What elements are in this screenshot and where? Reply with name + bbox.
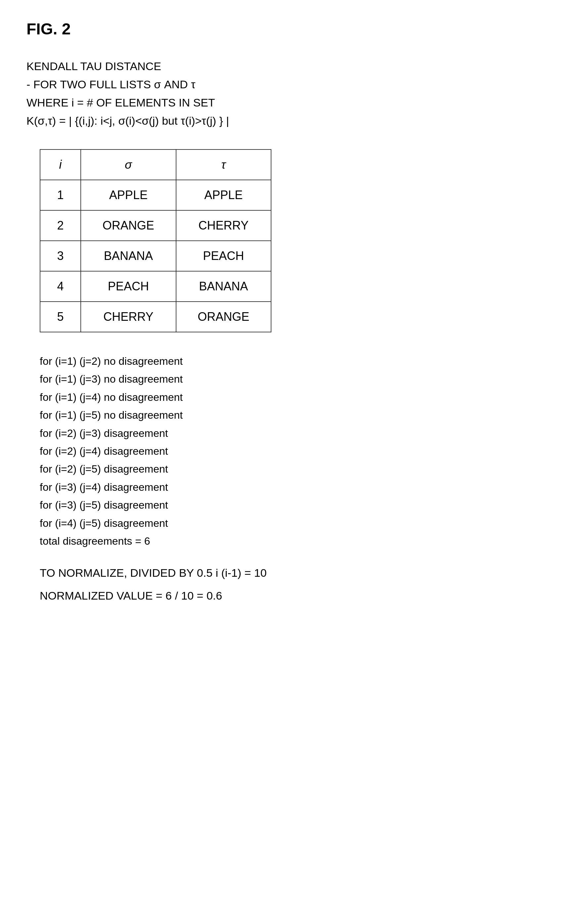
cell-i: 2: [40, 210, 81, 241]
table-header-row: i σ τ: [40, 150, 271, 180]
analysis-line: for (i=2) (j=5) disagreement: [40, 460, 534, 478]
analysis-section: for (i=1) (j=2) no disagreementfor (i=1)…: [40, 352, 534, 550]
cell-tau: APPLE: [176, 180, 271, 210]
table-row: 1APPLEAPPLE: [40, 180, 271, 210]
cell-i: 1: [40, 180, 81, 210]
cell-i: 3: [40, 241, 81, 271]
formula-section: KENDALL TAU DISTANCE - FOR TWO FULL LIST…: [27, 58, 534, 129]
header-sigma: σ: [81, 150, 176, 180]
formula-line-3: WHERE i = # OF ELEMENTS IN SET: [27, 94, 534, 111]
cell-sigma: APPLE: [81, 180, 176, 210]
analysis-line: for (i=2) (j=3) disagreement: [40, 424, 534, 442]
cell-tau: ORANGE: [176, 302, 271, 332]
cell-tau: CHERRY: [176, 210, 271, 241]
table-row: 2ORANGECHERRY: [40, 210, 271, 241]
cell-sigma: PEACH: [81, 271, 176, 302]
cell-sigma: CHERRY: [81, 302, 176, 332]
analysis-line: for (i=1) (j=4) no disagreement: [40, 388, 534, 406]
cell-sigma: BANANA: [81, 241, 176, 271]
cell-i: 5: [40, 302, 81, 332]
cell-tau: PEACH: [176, 241, 271, 271]
analysis-line: total disagreements = 6: [40, 532, 534, 550]
cell-i: 4: [40, 271, 81, 302]
normalize-line-2: NORMALIZED VALUE = 6 / 10 = 0.6: [40, 590, 534, 602]
formula-line-4: K(σ,τ) = | {(i,j): i<j, σ(i)<σ(j) but τ(…: [27, 112, 534, 129]
table-section: i σ τ 1APPLEAPPLE2ORANGECHERRY3BANANAPEA…: [27, 149, 534, 332]
table-row: 5CHERRYORANGE: [40, 302, 271, 332]
analysis-line: for (i=4) (j=5) disagreement: [40, 514, 534, 532]
analysis-line: for (i=3) (j=5) disagreement: [40, 496, 534, 514]
analysis-line: for (i=3) (j=4) disagreement: [40, 478, 534, 496]
header-tau: τ: [176, 150, 271, 180]
analysis-line: for (i=1) (j=2) no disagreement: [40, 352, 534, 370]
figure-title: FIG. 2: [27, 20, 534, 38]
analysis-line: for (i=1) (j=5) no disagreement: [40, 406, 534, 424]
formula-line-1: KENDALL TAU DISTANCE: [27, 58, 534, 75]
formula-line-2: - FOR TWO FULL LISTS σ AND τ: [27, 76, 534, 93]
normalize-section: TO NORMALIZE, DIVIDED BY 0.5 i (i-1) = 1…: [40, 567, 534, 602]
cell-sigma: ORANGE: [81, 210, 176, 241]
header-i: i: [40, 150, 81, 180]
data-table: i σ τ 1APPLEAPPLE2ORANGECHERRY3BANANAPEA…: [40, 149, 271, 332]
analysis-line: for (i=1) (j=3) no disagreement: [40, 370, 534, 388]
cell-tau: BANANA: [176, 271, 271, 302]
table-row: 4PEACHBANANA: [40, 271, 271, 302]
analysis-line: for (i=2) (j=4) disagreement: [40, 442, 534, 460]
normalize-line-1: TO NORMALIZE, DIVIDED BY 0.5 i (i-1) = 1…: [40, 567, 534, 579]
table-row: 3BANANAPEACH: [40, 241, 271, 271]
